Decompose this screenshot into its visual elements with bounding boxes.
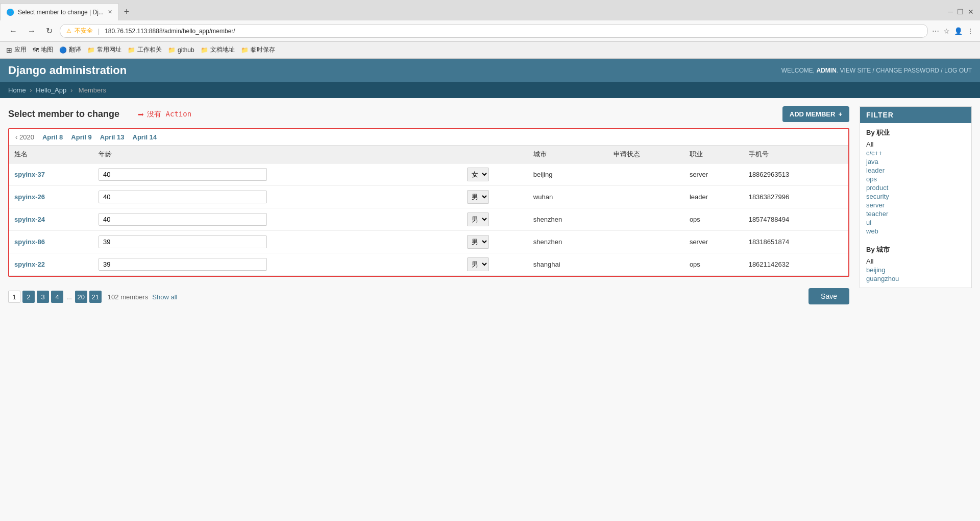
address-bar[interactable]: ⚠ 不安全 | 180.76.152.113:8888/admin/hello_…: [60, 24, 928, 38]
bookmark-temp[interactable]: 📁 临时保存: [241, 45, 275, 54]
bookmark-docs[interactable]: 📁 文档地址: [201, 45, 235, 54]
page-4[interactable]: 4: [51, 291, 63, 303]
city-cell: wuhan: [528, 186, 609, 208]
filter-job-leader[interactable]: leader: [866, 167, 965, 174]
maximize-button[interactable]: ☐: [957, 8, 964, 16]
gender-select[interactable]: 男 女: [467, 235, 489, 249]
new-tab-button[interactable]: +: [119, 7, 135, 17]
content-area: Select member to change ➡ 没有 Action ADD …: [8, 106, 849, 304]
close-window-button[interactable]: ✕: [968, 8, 974, 16]
gender-select[interactable]: 男 女: [467, 257, 489, 271]
main-content: Select member to change ➡ 没有 Action ADD …: [0, 98, 980, 313]
tab-close-button[interactable]: ✕: [108, 9, 112, 15]
show-all-link[interactable]: Show all: [152, 293, 177, 301]
filter-city-guangzhou-link[interactable]: guangzhou: [866, 275, 899, 282]
page-3[interactable]: 3: [37, 291, 49, 303]
date-nav-april14[interactable]: April 14: [133, 133, 157, 141]
filter-job-security-link[interactable]: security: [866, 193, 889, 200]
filter-job-all-link[interactable]: All: [866, 140, 873, 148]
filter-job-java-link[interactable]: java: [866, 158, 878, 165]
date-nav-april9[interactable]: April 9: [71, 133, 91, 141]
phone-cell: 18318651874: [744, 231, 848, 253]
filter-job-java[interactable]: java: [866, 158, 965, 165]
filter-job-leader-link[interactable]: leader: [866, 167, 885, 174]
back-button[interactable]: ←: [6, 26, 20, 37]
filter-job-product-link[interactable]: product: [866, 184, 888, 192]
gender-select[interactable]: 男 女: [467, 190, 489, 204]
page-1[interactable]: 1: [8, 291, 20, 303]
add-member-button[interactable]: ADD MEMBER +: [782, 106, 849, 122]
filter-job-ops-link[interactable]: ops: [866, 175, 877, 183]
breadcrumb-helloapp[interactable]: Hello_App: [36, 86, 66, 94]
filter-city-guangzhou[interactable]: guangzhou: [866, 275, 965, 282]
bookmark-github[interactable]: 📁 github: [168, 46, 194, 54]
phone-cell: 18363827996: [744, 186, 848, 208]
job-cell: server: [684, 231, 744, 253]
view-site-link[interactable]: VIEW SITE: [840, 67, 871, 74]
filter-job-teacher[interactable]: teacher: [866, 210, 965, 218]
age-input[interactable]: [99, 258, 267, 271]
age-input[interactable]: [99, 168, 267, 181]
table-row: spyinx-26 男 女 wuhan l: [9, 186, 848, 208]
bookmarks-bar: ⊞ 应用 🗺 地图 🔵 翻译 📁 常用网址 📁 工作相关 📁 github 📁 …: [0, 42, 980, 58]
member-link[interactable]: spyinx-86: [14, 238, 45, 246]
member-table-container: ‹ 2020 April 8 April 9 April 13 April 14…: [8, 128, 849, 277]
change-password-link[interactable]: CHANGE PASSWORD: [876, 67, 939, 74]
filter-job-server[interactable]: server: [866, 201, 965, 209]
filter-city-all-link[interactable]: All: [866, 257, 873, 265]
table-row: spyinx-22 男 女 shanghai: [9, 253, 848, 276]
member-link[interactable]: spyinx-26: [14, 193, 45, 201]
forward-button[interactable]: →: [24, 26, 39, 37]
filter-job-ui-link[interactable]: ui: [866, 219, 871, 226]
age-input[interactable]: [99, 213, 267, 226]
table-row: spyinx-24 男 女 shenzhen: [9, 208, 848, 231]
age-input[interactable]: [99, 235, 267, 248]
member-link[interactable]: spyinx-37: [14, 171, 45, 178]
bookmark-common-sites[interactable]: 📁 常用网址: [87, 45, 121, 54]
save-button[interactable]: Save: [808, 288, 849, 304]
filter-job-all[interactable]: All: [866, 140, 965, 148]
log-out-link[interactable]: LOG OUT: [944, 67, 972, 74]
filter-job-product[interactable]: product: [866, 184, 965, 192]
bookmark-apps[interactable]: ⊞ 应用: [6, 45, 27, 54]
age-input[interactable]: [99, 191, 267, 203]
filter-job-web[interactable]: web: [866, 227, 965, 235]
date-nav-prev[interactable]: ‹ 2020: [15, 133, 34, 141]
minimize-button[interactable]: ─: [948, 8, 953, 16]
member-link[interactable]: spyinx-24: [14, 216, 45, 223]
filter-city-all[interactable]: All: [866, 257, 965, 265]
reload-button[interactable]: ↻: [43, 25, 56, 37]
date-nav-april8[interactable]: April 8: [42, 133, 63, 141]
pagination: 1 2 3 4 ... 20 21 102 members Show all: [8, 291, 177, 303]
filter-job-security[interactable]: security: [866, 193, 965, 200]
member-name-cell: spyinx-24: [9, 208, 93, 231]
filter-city-beijing-link[interactable]: beijing: [866, 266, 886, 274]
page-21[interactable]: 21: [89, 291, 102, 303]
gender-select[interactable]: 男 女: [467, 212, 489, 226]
profile-icon[interactable]: 👤: [954, 27, 963, 35]
page-20[interactable]: 20: [75, 291, 87, 303]
filter-job-cc-link[interactable]: c/c++: [866, 149, 883, 157]
translate-icon[interactable]: ⋯: [932, 27, 939, 35]
browser-tab[interactable]: 🌐 Select member to change | Dj... ✕: [0, 3, 119, 20]
filter-job-server-link[interactable]: server: [866, 201, 885, 209]
member-link[interactable]: spyinx-22: [14, 260, 45, 268]
bookmark-map[interactable]: 🗺 地图: [33, 45, 53, 54]
filter-job-ui[interactable]: ui: [866, 219, 965, 226]
filter-job-teacher-link[interactable]: teacher: [866, 210, 888, 218]
breadcrumb-home[interactable]: Home: [8, 86, 26, 94]
bookmark-icon[interactable]: ☆: [943, 27, 950, 35]
gender-select[interactable]: 女 男: [467, 168, 489, 181]
page-2[interactable]: 2: [22, 291, 35, 303]
bookmark-translate-label: 翻译: [69, 45, 81, 54]
filter-job-cc[interactable]: c/c++: [866, 149, 965, 157]
filter-job-web-link[interactable]: web: [866, 227, 878, 235]
filter-city-beijing[interactable]: beijing: [866, 266, 965, 274]
bookmark-translate[interactable]: 🔵 翻译: [59, 45, 81, 54]
filter-job-ops[interactable]: ops: [866, 175, 965, 183]
django-admin-header: Django administration WELCOME, ADMIN. VI…: [0, 59, 980, 82]
menu-icon[interactable]: ⋮: [967, 27, 974, 35]
date-nav-april13[interactable]: April 13: [100, 133, 125, 141]
bookmark-work[interactable]: 📁 工作相关: [128, 45, 162, 54]
breadcrumb-sep-2: ›: [70, 86, 75, 94]
